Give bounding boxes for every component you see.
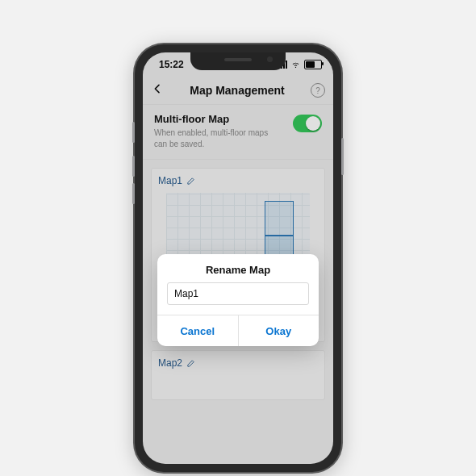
- screen: 15:22 Map Management ? Multi-floor Map W…: [143, 52, 333, 464]
- phone-frame: 15:22 Map Management ? Multi-floor Map W…: [135, 44, 341, 472]
- rename-input[interactable]: [167, 282, 309, 305]
- rename-modal: Rename Map Cancel Okay: [157, 254, 319, 346]
- modal-title: Rename Map: [157, 254, 319, 282]
- cancel-button[interactable]: Cancel: [157, 315, 238, 346]
- okay-button[interactable]: Okay: [239, 315, 319, 346]
